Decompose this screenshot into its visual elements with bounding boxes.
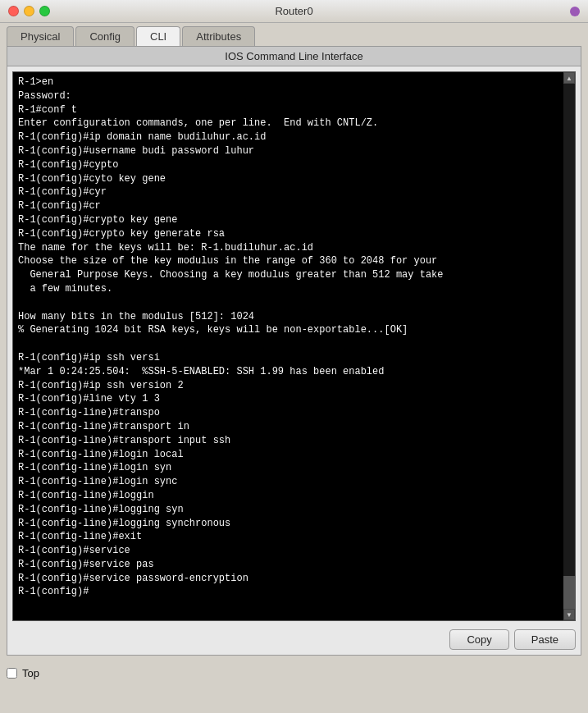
minimize-button[interactable] xyxy=(24,6,34,16)
close-button[interactable] xyxy=(8,6,19,16)
window-controls[interactable] xyxy=(8,6,50,16)
maximize-button[interactable] xyxy=(39,6,50,16)
window-title: Router0 xyxy=(275,5,312,17)
tab-bar: Physical Config CLI Attributes xyxy=(0,23,588,46)
scroll-down-arrow[interactable]: ▼ xyxy=(563,609,575,620)
tab-cli[interactable]: CLI xyxy=(136,26,180,46)
terminal-inner: R-1>en Password: R-1#conf t Enter config… xyxy=(13,72,563,620)
scroll-thumb xyxy=(563,576,575,609)
top-checkbox[interactable] xyxy=(7,668,17,679)
main-content: IOS Command Line Interface R-1>en Passwo… xyxy=(7,46,581,656)
tab-config[interactable]: Config xyxy=(75,26,134,46)
tab-attributes[interactable]: Attributes xyxy=(182,26,255,46)
button-row: Copy Paste xyxy=(7,626,581,655)
top-label: Top xyxy=(22,667,39,679)
tab-physical[interactable]: Physical xyxy=(7,26,74,46)
right-scroll-area[interactable]: ▲ ▼ xyxy=(563,72,575,620)
window-indicator xyxy=(570,7,580,16)
panel-title: IOS Command Line Interface xyxy=(7,47,581,66)
title-bar: Router0 xyxy=(0,0,588,23)
bottom-bar: Top xyxy=(0,662,588,684)
paste-button[interactable]: Paste xyxy=(514,629,576,650)
scroll-up-arrow[interactable]: ▲ xyxy=(563,72,575,84)
terminal-wrapper[interactable]: R-1>en Password: R-1#conf t Enter config… xyxy=(12,71,576,621)
scroll-area-middle xyxy=(563,84,575,576)
copy-button[interactable]: Copy xyxy=(449,629,508,650)
terminal-text: R-1>en Password: R-1#conf t Enter config… xyxy=(13,72,563,620)
